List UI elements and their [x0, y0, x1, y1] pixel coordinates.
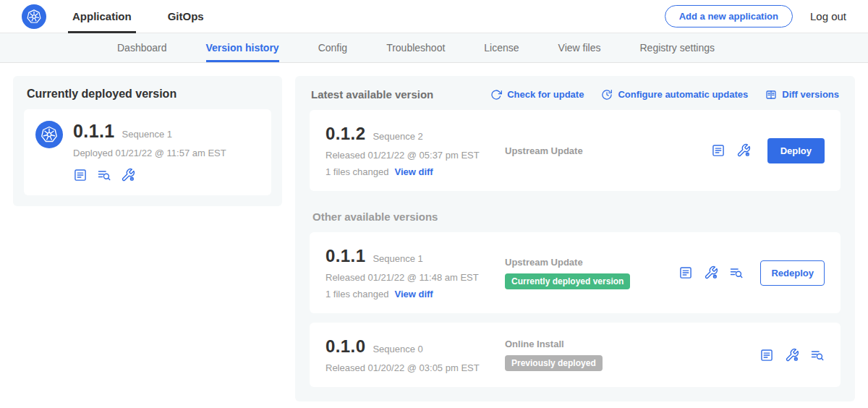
version-source-column: Upstream Update Currently deployed versi… [505, 257, 678, 289]
deploy-logs-icon[interactable] [97, 168, 111, 182]
version-number: 0.1.2 [326, 124, 365, 144]
subnav-tab-view-files[interactable]: View files [558, 33, 601, 62]
version-source: Upstream Update [505, 145, 583, 156]
version-actions-column: Redeploy [678, 260, 825, 286]
deployed-version-card: 0.1.1 Sequence 1 Deployed 01/21/22 @ 11:… [24, 109, 271, 195]
version-source-column: Upstream Update [505, 145, 711, 156]
auto-update-icon [601, 89, 613, 101]
deployed-panel-title: Currently deployed version [27, 88, 271, 101]
version-source: Upstream Update [505, 257, 583, 268]
released-date: Released 01/21/22 @ 05:37 pm EST [326, 150, 505, 161]
released-date: Released 01/20/22 @ 03:05 pm EST [326, 362, 505, 373]
app-subnav: Dashboard Version history Config Trouble… [0, 33, 868, 63]
subnav-tab-config-label: Config [318, 42, 347, 54]
version-sequence: Sequence 0 [373, 344, 422, 354]
config-icon[interactable] [736, 143, 751, 158]
subnav-tab-view-files-label: View files [558, 42, 601, 54]
nav-tab-application-label: Application [72, 10, 132, 22]
check-for-update-label: Check for update [507, 89, 584, 100]
version-info: 0.1.1 Sequence 1 Released 01/21/22 @ 11:… [326, 246, 505, 299]
top-navbar: Application GitOps Add a new application… [0, 0, 868, 33]
release-notes-icon[interactable] [760, 348, 774, 362]
files-changed-label: 1 files changed [326, 166, 388, 177]
subnav-tab-dashboard-label: Dashboard [117, 42, 167, 54]
nav-tab-application[interactable]: Application [68, 0, 136, 33]
subnav-tab-registry-settings[interactable]: Registry settings [639, 33, 714, 62]
app-icon-kubernetes [35, 121, 63, 148]
diff-versions-link[interactable]: Diff versions [765, 89, 839, 101]
logout-link[interactable]: Log out [810, 10, 846, 22]
subnav-tab-version-history[interactable]: Version history [206, 33, 279, 62]
subnav-tab-troubleshoot[interactable]: Troubleshoot [386, 33, 445, 62]
subnav-tab-version-history-label: Version history [206, 42, 279, 54]
config-icon[interactable] [704, 265, 718, 280]
subnav-tab-config[interactable]: Config [318, 33, 347, 62]
deployed-version-panel: Currently deployed version 0.1.1 Sequenc… [13, 76, 282, 206]
check-for-update-link[interactable]: Check for update [490, 89, 584, 101]
deploy-logs-icon[interactable] [810, 348, 825, 362]
version-number: 0.1.0 [326, 336, 365, 357]
deploy-logs-icon[interactable] [729, 265, 744, 280]
main-content: Currently deployed version 0.1.1 Sequenc… [0, 63, 868, 408]
version-card-0-1-2: 0.1.2 Sequence 2 Released 01/21/22 @ 05:… [310, 110, 841, 191]
latest-version-header: Latest available version Check for updat… [310, 87, 841, 101]
latest-version-title: Latest available version [311, 88, 433, 101]
version-actions-column: Deploy [711, 138, 825, 163]
released-date: Released 01/21/22 @ 11:48 am EST [326, 272, 505, 283]
release-notes-icon[interactable] [711, 143, 726, 158]
subnav-tab-troubleshoot-label: Troubleshoot [386, 42, 445, 54]
version-source: Online Install [505, 339, 564, 349]
version-sequence: Sequence 2 [373, 131, 422, 142]
nav-tab-gitops-label: GitOps [168, 10, 204, 22]
deploy-button[interactable]: Deploy [767, 138, 825, 163]
deployed-icon-row [73, 168, 226, 182]
kubernetes-logo[interactable] [22, 4, 46, 29]
navbar-right: Add a new application Log out [665, 5, 846, 27]
version-sequence: Sequence 1 [373, 253, 422, 264]
redeploy-button[interactable]: Redeploy [760, 260, 825, 286]
configure-automatic-updates-label: Configure automatic updates [618, 89, 748, 100]
config-icon[interactable] [121, 168, 135, 182]
version-number: 0.1.1 [326, 246, 365, 266]
version-card-0-1-1: 0.1.1 Sequence 1 Released 01/21/22 @ 11:… [310, 232, 841, 313]
available-versions-panel: Latest available version Check for updat… [295, 76, 855, 401]
deployed-version-details: 0.1.1 Sequence 1 Deployed 01/21/22 @ 11:… [73, 121, 226, 182]
currently-deployed-badge: Currently deployed version [505, 273, 630, 289]
version-source-column: Online Install Previously deployed [505, 339, 760, 371]
version-info: 0.1.0 Sequence 0 Released 01/20/22 @ 03:… [326, 336, 505, 373]
version-actions-column [760, 348, 825, 362]
view-diff-link[interactable]: View diff [394, 166, 433, 177]
subnav-tab-license-label: License [484, 42, 519, 54]
diff-icon [765, 89, 777, 101]
subnav-tab-registry-settings-label: Registry settings [639, 42, 714, 54]
subnav-tab-dashboard[interactable]: Dashboard [117, 33, 167, 62]
view-diff-link[interactable]: View diff [394, 289, 433, 299]
version-info: 0.1.2 Sequence 2 Released 01/21/22 @ 05:… [326, 124, 505, 177]
other-versions-title: Other available versions [312, 211, 841, 223]
previously-deployed-badge: Previously deployed [505, 355, 603, 371]
subnav-tab-license[interactable]: License [484, 33, 519, 62]
deployed-version-sequence: Sequence 1 [122, 129, 172, 140]
deployed-date: Deployed 01/21/22 @ 11:57 am EST [73, 148, 226, 158]
deployed-version-number: 0.1.1 [73, 121, 115, 142]
version-actions: Check for update Configure automatic upd… [490, 89, 839, 101]
diff-versions-label: Diff versions [782, 89, 839, 100]
release-notes-icon[interactable] [678, 265, 693, 280]
nav-tab-gitops[interactable]: GitOps [163, 0, 208, 33]
app-nav-tabs: Application GitOps [68, 0, 236, 33]
refresh-icon [490, 89, 502, 101]
config-icon[interactable] [785, 348, 799, 362]
files-changed-label: 1 files changed [326, 289, 388, 299]
configure-automatic-updates-link[interactable]: Configure automatic updates [601, 89, 748, 101]
version-card-0-1-0: 0.1.0 Sequence 0 Released 01/20/22 @ 03:… [310, 323, 841, 387]
release-notes-icon[interactable] [73, 168, 88, 182]
add-application-button[interactable]: Add a new application [665, 5, 793, 27]
